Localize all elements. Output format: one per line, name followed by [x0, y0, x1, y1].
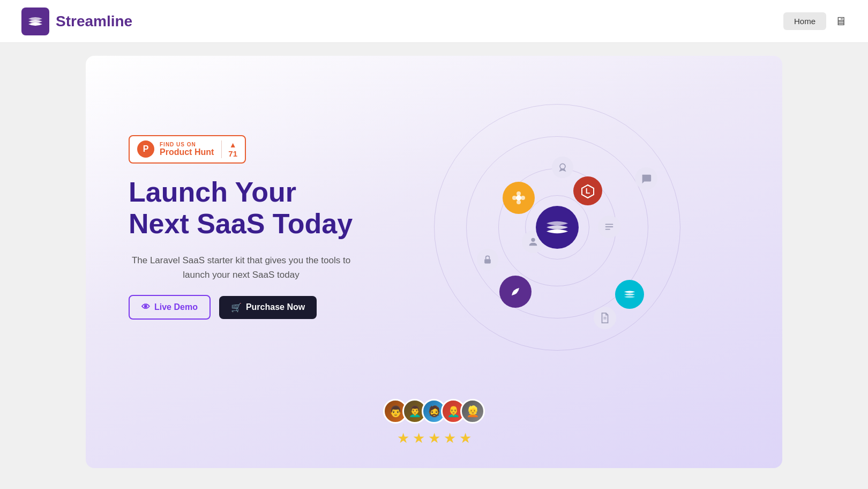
gray-list-node: [598, 216, 620, 238]
gray-lock-node: [477, 249, 498, 270]
live-demo-label: Live Demo: [154, 302, 198, 312]
svg-rect-9: [605, 229, 610, 230]
star-5: ★: [459, 430, 472, 447]
gray-chat-node: [635, 167, 657, 190]
navbar: Streamline Home 🖥: [0, 0, 868, 43]
svg-text:L: L: [586, 187, 590, 195]
hero-subtitle: The Laravel SaaS starter kit that gives …: [129, 253, 354, 282]
svg-rect-7: [605, 224, 613, 225]
hero-left: P FIND US ON Product Hunt ▲ 71 Launch Yo…: [129, 135, 354, 320]
svg-point-2: [517, 191, 521, 196]
star-2: ★: [413, 430, 425, 447]
eye-icon: 👁: [141, 302, 150, 312]
purchase-label: Purchase Now: [246, 302, 305, 312]
cart-icon: 🛒: [231, 302, 242, 313]
hero-card: P FIND US ON Product Hunt ▲ 71 Launch Yo…: [86, 56, 782, 468]
hero-bottom: 👨 👨‍🦱 🧔 👨‍🦲 👱 ★ ★ ★ ★: [86, 388, 782, 468]
svg-point-5: [521, 196, 525, 200]
star-4: ★: [444, 430, 456, 447]
hero-buttons: 👁 Live Demo 🛒 Purchase Now: [129, 295, 354, 320]
stars-row: ★ ★ ★ ★ ★: [397, 430, 472, 447]
live-demo-button[interactable]: 👁 Live Demo: [129, 295, 211, 320]
product-hunt-score: ▲ 71: [221, 140, 237, 158]
svg-rect-11: [603, 318, 607, 319]
logo-area: Streamline: [21, 8, 132, 35]
star-3: ★: [428, 430, 440, 447]
upvote-arrow-icon: ▲: [229, 140, 237, 149]
blue-stream-node: [615, 280, 644, 309]
brand-name: Streamline: [56, 13, 132, 30]
content-wrapper: P FIND US ON Product Hunt ▲ 71 Launch Yo…: [0, 43, 868, 489]
monitor-icon: 🖥: [835, 14, 847, 28]
gray-badge-node: [552, 157, 573, 178]
svg-point-1: [516, 195, 521, 201]
find-us-label: FIND US ON: [160, 142, 214, 147]
yellow-flower-node: [503, 182, 535, 214]
avatar-5: 👱: [460, 399, 485, 424]
hero-right: L: [375, 88, 739, 367]
logo-icon: [21, 8, 49, 35]
svg-point-12: [531, 238, 535, 242]
svg-rect-13: [484, 259, 491, 263]
svg-point-14: [560, 164, 565, 169]
product-hunt-text: FIND US ON Product Hunt: [160, 142, 214, 157]
svg-rect-8: [605, 226, 613, 227]
svg-point-4: [512, 196, 517, 200]
purchase-now-button[interactable]: 🛒 Purchase Now: [219, 296, 317, 319]
svg-point-3: [517, 200, 521, 204]
hero-title: Launch Your Next SaaS Today: [129, 176, 354, 241]
upvote-count: 71: [228, 149, 237, 158]
svg-point-6: [514, 290, 517, 293]
orbital-container: L: [429, 99, 686, 356]
nav-right: Home 🖥: [783, 12, 847, 30]
svg-rect-10: [603, 317, 607, 317]
home-button[interactable]: Home: [783, 12, 826, 30]
avatar-group: 👨 👨‍🦱 🧔 👨‍🦲 👱: [383, 399, 485, 424]
product-hunt-name: Product Hunt: [160, 147, 214, 157]
product-hunt-badge[interactable]: P FIND US ON Product Hunt ▲ 71: [129, 135, 246, 164]
product-hunt-logo: P: [137, 140, 154, 158]
orbit-center-icon: [536, 206, 579, 249]
star-1: ★: [397, 430, 409, 447]
gray-doc-node: [594, 307, 616, 329]
hero-main: P FIND US ON Product Hunt ▲ 71 Launch Yo…: [86, 56, 782, 388]
purple-leaf-node: [499, 276, 532, 308]
laravel-node: L: [573, 176, 602, 205]
